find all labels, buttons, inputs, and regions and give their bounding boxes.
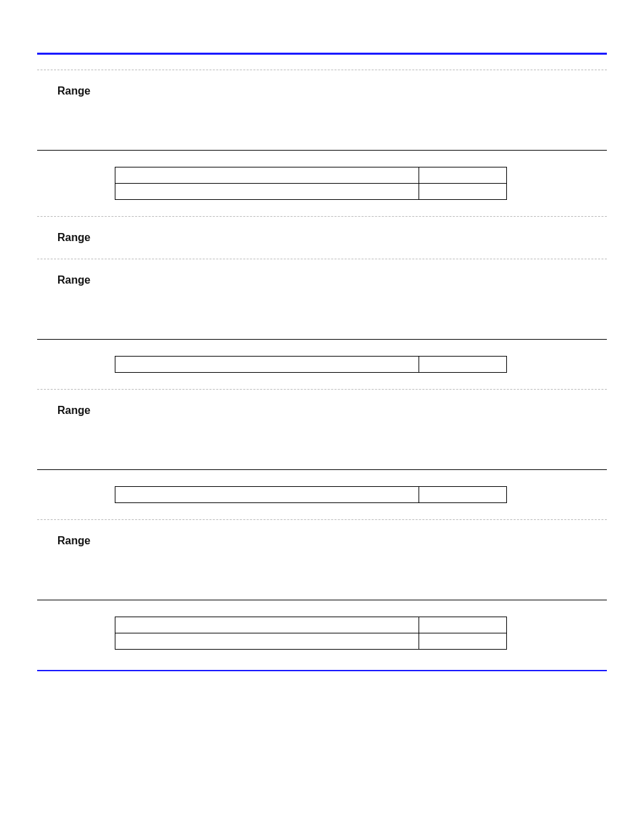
table-block [37, 470, 607, 519]
spacer [37, 301, 607, 339]
table-row [115, 617, 507, 633]
table-cell [419, 487, 507, 503]
bottom-divider [37, 670, 607, 671]
table-cell [115, 633, 419, 650]
table-block [37, 151, 607, 216]
data-table [115, 356, 507, 373]
range-heading: Range [37, 520, 607, 562]
table-block [37, 340, 607, 389]
data-table [115, 486, 507, 503]
table-row [115, 487, 507, 503]
spacer [37, 432, 607, 469]
table-cell [115, 617, 419, 633]
table-row [115, 184, 507, 200]
table-cell [419, 617, 507, 633]
document-page: Range Range Range Range Range [37, 53, 607, 671]
range-heading: Range [37, 259, 607, 301]
table-cell [115, 487, 419, 503]
range-heading: Range [37, 217, 607, 259]
table-cell [419, 167, 507, 184]
spacer [37, 562, 607, 600]
table-row [115, 357, 507, 373]
range-heading: Range [37, 70, 607, 112]
table-cell [115, 167, 419, 184]
spacer [37, 112, 607, 150]
data-table [115, 617, 507, 650]
table-cell [115, 184, 419, 200]
top-divider [37, 53, 607, 55]
table-row [115, 633, 507, 650]
range-heading: Range [37, 390, 607, 432]
table-cell [419, 184, 507, 200]
table-row [115, 167, 507, 184]
table-cell [419, 633, 507, 650]
table-cell [115, 357, 419, 373]
data-table [115, 167, 507, 200]
table-block [37, 600, 607, 666]
table-cell [419, 357, 507, 373]
